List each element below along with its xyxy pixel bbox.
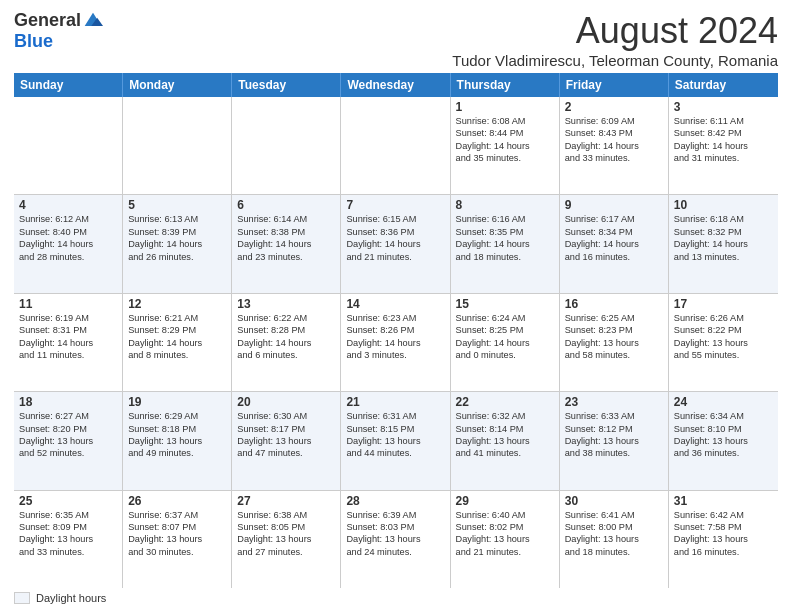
calendar-cell: 10Sunrise: 6:18 AM Sunset: 8:32 PM Dayli… <box>669 195 778 292</box>
day-number: 5 <box>128 198 226 212</box>
calendar-cell <box>232 97 341 194</box>
day-number: 6 <box>237 198 335 212</box>
day-number: 13 <box>237 297 335 311</box>
calendar-cell: 31Sunrise: 6:42 AM Sunset: 7:58 PM Dayli… <box>669 491 778 588</box>
calendar-row: 18Sunrise: 6:27 AM Sunset: 8:20 PM Dayli… <box>14 392 778 490</box>
calendar-header-cell: Monday <box>123 73 232 97</box>
day-info: Sunrise: 6:30 AM Sunset: 8:17 PM Dayligh… <box>237 410 335 460</box>
day-info: Sunrise: 6:23 AM Sunset: 8:26 PM Dayligh… <box>346 312 444 362</box>
main-title: August 2024 <box>452 10 778 52</box>
day-info: Sunrise: 6:42 AM Sunset: 7:58 PM Dayligh… <box>674 509 773 559</box>
calendar-row: 4Sunrise: 6:12 AM Sunset: 8:40 PM Daylig… <box>14 195 778 293</box>
title-section: August 2024 Tudor Vladimirescu, Teleorma… <box>452 10 778 69</box>
day-number: 21 <box>346 395 444 409</box>
day-info: Sunrise: 6:27 AM Sunset: 8:20 PM Dayligh… <box>19 410 117 460</box>
day-info: Sunrise: 6:24 AM Sunset: 8:25 PM Dayligh… <box>456 312 554 362</box>
subtitle: Tudor Vladimirescu, Teleorman County, Ro… <box>452 52 778 69</box>
day-number: 22 <box>456 395 554 409</box>
day-info: Sunrise: 6:31 AM Sunset: 8:15 PM Dayligh… <box>346 410 444 460</box>
calendar-cell: 9Sunrise: 6:17 AM Sunset: 8:34 PM Daylig… <box>560 195 669 292</box>
calendar-cell: 13Sunrise: 6:22 AM Sunset: 8:28 PM Dayli… <box>232 294 341 391</box>
calendar-cell: 23Sunrise: 6:33 AM Sunset: 8:12 PM Dayli… <box>560 392 669 489</box>
calendar-header-cell: Thursday <box>451 73 560 97</box>
calendar-cell: 19Sunrise: 6:29 AM Sunset: 8:18 PM Dayli… <box>123 392 232 489</box>
logo-blue: Blue <box>14 31 53 52</box>
day-number: 11 <box>19 297 117 311</box>
day-number: 28 <box>346 494 444 508</box>
day-number: 2 <box>565 100 663 114</box>
calendar-cell: 12Sunrise: 6:21 AM Sunset: 8:29 PM Dayli… <box>123 294 232 391</box>
day-info: Sunrise: 6:26 AM Sunset: 8:22 PM Dayligh… <box>674 312 773 362</box>
day-info: Sunrise: 6:40 AM Sunset: 8:02 PM Dayligh… <box>456 509 554 559</box>
day-number: 4 <box>19 198 117 212</box>
calendar-cell: 27Sunrise: 6:38 AM Sunset: 8:05 PM Dayli… <box>232 491 341 588</box>
day-number: 17 <box>674 297 773 311</box>
day-number: 8 <box>456 198 554 212</box>
day-info: Sunrise: 6:14 AM Sunset: 8:38 PM Dayligh… <box>237 213 335 263</box>
calendar-cell: 7Sunrise: 6:15 AM Sunset: 8:36 PM Daylig… <box>341 195 450 292</box>
day-info: Sunrise: 6:25 AM Sunset: 8:23 PM Dayligh… <box>565 312 663 362</box>
day-number: 30 <box>565 494 663 508</box>
day-number: 1 <box>456 100 554 114</box>
calendar-cell: 11Sunrise: 6:19 AM Sunset: 8:31 PM Dayli… <box>14 294 123 391</box>
day-number: 15 <box>456 297 554 311</box>
footer-label: Daylight hours <box>36 592 106 604</box>
day-number: 14 <box>346 297 444 311</box>
calendar-row: 11Sunrise: 6:19 AM Sunset: 8:31 PM Dayli… <box>14 294 778 392</box>
calendar-cell: 15Sunrise: 6:24 AM Sunset: 8:25 PM Dayli… <box>451 294 560 391</box>
calendar-cell <box>341 97 450 194</box>
day-number: 18 <box>19 395 117 409</box>
day-info: Sunrise: 6:35 AM Sunset: 8:09 PM Dayligh… <box>19 509 117 559</box>
day-info: Sunrise: 6:12 AM Sunset: 8:40 PM Dayligh… <box>19 213 117 263</box>
day-number: 27 <box>237 494 335 508</box>
day-info: Sunrise: 6:11 AM Sunset: 8:42 PM Dayligh… <box>674 115 773 165</box>
calendar-row: 1Sunrise: 6:08 AM Sunset: 8:44 PM Daylig… <box>14 97 778 195</box>
calendar-cell: 26Sunrise: 6:37 AM Sunset: 8:07 PM Dayli… <box>123 491 232 588</box>
calendar-cell: 17Sunrise: 6:26 AM Sunset: 8:22 PM Dayli… <box>669 294 778 391</box>
day-number: 25 <box>19 494 117 508</box>
day-info: Sunrise: 6:33 AM Sunset: 8:12 PM Dayligh… <box>565 410 663 460</box>
day-number: 31 <box>674 494 773 508</box>
calendar-row: 25Sunrise: 6:35 AM Sunset: 8:09 PM Dayli… <box>14 491 778 588</box>
day-number: 7 <box>346 198 444 212</box>
day-number: 29 <box>456 494 554 508</box>
day-number: 20 <box>237 395 335 409</box>
day-info: Sunrise: 6:08 AM Sunset: 8:44 PM Dayligh… <box>456 115 554 165</box>
day-number: 24 <box>674 395 773 409</box>
day-info: Sunrise: 6:18 AM Sunset: 8:32 PM Dayligh… <box>674 213 773 263</box>
day-number: 10 <box>674 198 773 212</box>
day-info: Sunrise: 6:13 AM Sunset: 8:39 PM Dayligh… <box>128 213 226 263</box>
day-info: Sunrise: 6:38 AM Sunset: 8:05 PM Dayligh… <box>237 509 335 559</box>
calendar-cell: 21Sunrise: 6:31 AM Sunset: 8:15 PM Dayli… <box>341 392 450 489</box>
footer-box-icon <box>14 592 30 604</box>
calendar-cell: 2Sunrise: 6:09 AM Sunset: 8:43 PM Daylig… <box>560 97 669 194</box>
calendar-header-cell: Wednesday <box>341 73 450 97</box>
day-number: 12 <box>128 297 226 311</box>
calendar-cell <box>123 97 232 194</box>
day-info: Sunrise: 6:21 AM Sunset: 8:29 PM Dayligh… <box>128 312 226 362</box>
logo-general: General <box>14 10 81 31</box>
calendar-body: 1Sunrise: 6:08 AM Sunset: 8:44 PM Daylig… <box>14 97 778 588</box>
calendar-header-row: SundayMondayTuesdayWednesdayThursdayFrid… <box>14 73 778 97</box>
calendar-cell: 3Sunrise: 6:11 AM Sunset: 8:42 PM Daylig… <box>669 97 778 194</box>
day-number: 16 <box>565 297 663 311</box>
calendar-cell: 18Sunrise: 6:27 AM Sunset: 8:20 PM Dayli… <box>14 392 123 489</box>
day-info: Sunrise: 6:19 AM Sunset: 8:31 PM Dayligh… <box>19 312 117 362</box>
day-number: 19 <box>128 395 226 409</box>
calendar-cell: 29Sunrise: 6:40 AM Sunset: 8:02 PM Dayli… <box>451 491 560 588</box>
day-info: Sunrise: 6:15 AM Sunset: 8:36 PM Dayligh… <box>346 213 444 263</box>
day-info: Sunrise: 6:32 AM Sunset: 8:14 PM Dayligh… <box>456 410 554 460</box>
calendar-cell: 30Sunrise: 6:41 AM Sunset: 8:00 PM Dayli… <box>560 491 669 588</box>
day-info: Sunrise: 6:34 AM Sunset: 8:10 PM Dayligh… <box>674 410 773 460</box>
calendar-header-cell: Friday <box>560 73 669 97</box>
calendar-cell: 1Sunrise: 6:08 AM Sunset: 8:44 PM Daylig… <box>451 97 560 194</box>
page: General Blue August 2024 Tudor Vladimire… <box>0 0 792 612</box>
calendar-cell: 25Sunrise: 6:35 AM Sunset: 8:09 PM Dayli… <box>14 491 123 588</box>
footer-note: Daylight hours <box>14 592 778 604</box>
day-info: Sunrise: 6:16 AM Sunset: 8:35 PM Dayligh… <box>456 213 554 263</box>
calendar: SundayMondayTuesdayWednesdayThursdayFrid… <box>14 73 778 588</box>
calendar-cell: 24Sunrise: 6:34 AM Sunset: 8:10 PM Dayli… <box>669 392 778 489</box>
calendar-cell <box>14 97 123 194</box>
calendar-cell: 6Sunrise: 6:14 AM Sunset: 8:38 PM Daylig… <box>232 195 341 292</box>
day-number: 26 <box>128 494 226 508</box>
